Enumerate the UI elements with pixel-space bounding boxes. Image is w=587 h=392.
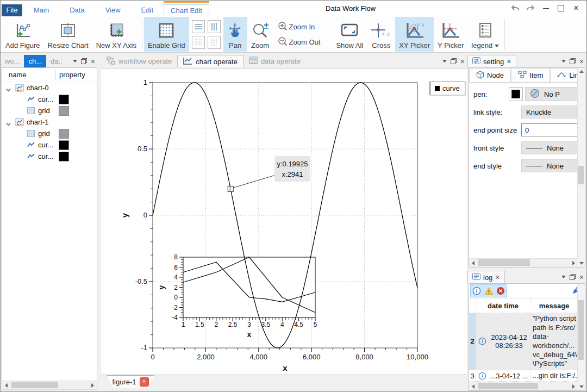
link-style-dropdown[interactable]: Knuckle: [521, 105, 582, 119]
scroll-left-icon[interactable]: [469, 259, 477, 267]
close-panel-icon[interactable]: ×: [579, 273, 584, 281]
file-menu-button[interactable]: File: [2, 4, 22, 16]
tree-row[interactable]: chart-1: [2, 116, 97, 128]
chevron-down-icon[interactable]: [6, 85, 11, 94]
pan-button[interactable]: Pan: [223, 17, 247, 52]
close-setting-icon[interactable]: ×: [507, 58, 511, 65]
vertical-scrollbar[interactable]: [577, 68, 585, 267]
menu-item-chart-edit[interactable]: Chart Edit: [164, 4, 209, 16]
legend-button[interactable]: legend: [467, 17, 503, 52]
pen-color-button[interactable]: [509, 87, 523, 101]
scroll-left-icon[interactable]: [2, 381, 10, 389]
show-all-button[interactable]: Show All: [332, 17, 367, 52]
column-message[interactable]: message: [530, 298, 578, 313]
y-picker-button[interactable]: y Y Picker: [434, 17, 467, 52]
menu-item-main[interactable]: Main: [23, 4, 59, 16]
scroll-down-icon[interactable]: [578, 260, 585, 267]
add-figure-button[interactable]: Add Figure: [2, 17, 44, 52]
redo-icon[interactable]: [523, 2, 538, 14]
end-point-size-input[interactable]: 0: [521, 123, 582, 136]
chart-canvas[interactable]: 02,0004,0006,0008,00010,000-1-0.500.51xy…: [101, 68, 467, 375]
scroll-right-icon[interactable]: [89, 381, 97, 389]
tab-node[interactable]: Node: [469, 68, 511, 82]
error-filter-icon[interactable]: [495, 285, 507, 297]
cross-button[interactable]: x, y Cross: [367, 17, 395, 52]
minimize-button[interactable]: [539, 2, 553, 14]
scrollbar-thumb[interactable]: [478, 259, 530, 266]
zoom-button[interactable]: Zoom: [247, 17, 273, 52]
menu-item-view[interactable]: View: [95, 4, 131, 16]
menu-item-data[interactable]: Data: [59, 4, 95, 16]
scrollbar-thumb[interactable]: [11, 382, 58, 388]
column-property[interactable]: property: [56, 71, 85, 79]
tree-row[interactable]: grid: [2, 128, 97, 139]
scroll-up-icon[interactable]: [578, 68, 585, 75]
figure-tab[interactable]: figure-1 ×: [107, 375, 154, 388]
enable-grid-button[interactable]: Enable Grid: [144, 17, 189, 52]
close-log-icon[interactable]: ×: [495, 273, 499, 281]
tab-setting[interactable]: setting ×: [467, 55, 516, 67]
vertical-grid-icon[interactable]: [208, 20, 221, 33]
close-panel-icon[interactable]: ×: [579, 58, 584, 65]
column-name[interactable]: name: [2, 71, 55, 79]
horizontal-scrollbar[interactable]: [469, 382, 578, 390]
float-panel-icon[interactable]: [570, 58, 576, 64]
menu-item-edit[interactable]: Edit: [131, 4, 164, 16]
front-style-dropdown[interactable]: None: [521, 141, 582, 154]
tree-row[interactable]: chart-0: [2, 82, 97, 94]
warning-filter-icon[interactable]: [483, 285, 495, 297]
zoom-out-button[interactable]: Zoom Out: [278, 36, 321, 48]
new-xy-axis-button[interactable]: New XY Axis: [92, 17, 140, 52]
maximize-button[interactable]: [554, 2, 568, 14]
close-figure-icon[interactable]: ×: [140, 377, 149, 387]
panel-menu-icon[interactable]: [73, 60, 77, 63]
horizontal-grid-icon[interactable]: [192, 20, 205, 33]
scroll-right-icon[interactable]: [570, 259, 578, 267]
minor-vertical-grid-icon[interactable]: [208, 36, 221, 49]
color-swatch[interactable]: [59, 140, 69, 150]
color-swatch[interactable]: [59, 95, 69, 104]
tree-row[interactable]: grid: [2, 105, 97, 116]
chevron-down-icon[interactable]: [6, 120, 11, 128]
log-row[interactable]: 2 2023-04-12 08:26:33 "Python script pat…: [469, 313, 578, 370]
scroll-down-icon[interactable]: [578, 383, 585, 390]
float-panel-icon[interactable]: [81, 58, 87, 64]
float-panel-icon[interactable]: [570, 274, 576, 280]
tree-row[interactable]: cur...: [2, 94, 97, 105]
scrollbar-thumb[interactable]: [578, 166, 584, 184]
log-row[interactable]: 3 ...3-04-12 ... ...gin dir is:F:/.: [469, 370, 578, 382]
minor-horizontal-grid-icon[interactable]: [192, 36, 205, 49]
scrollbar-thumb[interactable]: [478, 383, 538, 389]
figure-plot[interactable]: 02,0004,0006,0008,00010,000-1-0.500.51xy…: [101, 69, 467, 375]
tab-data[interactable]: da..: [46, 55, 67, 67]
color-swatch[interactable]: [59, 152, 69, 161]
close-panel-icon[interactable]: ×: [91, 58, 95, 65]
tab-list-icon[interactable]: [442, 60, 447, 63]
resize-chart-button[interactable]: Resize Chart: [44, 17, 92, 52]
info-filter-icon[interactable]: [471, 285, 483, 297]
undo-icon[interactable]: [508, 2, 522, 14]
tab-workflow[interactable]: wo...: [1, 55, 24, 67]
zoom-in-button[interactable]: Zoom In: [278, 21, 321, 33]
scrollbar-thumb[interactable]: [578, 300, 584, 360]
horizontal-scrollbar[interactable]: [469, 258, 578, 267]
tab-item[interactable]: Item: [511, 68, 550, 82]
scroll-right-icon[interactable]: [570, 382, 578, 390]
tree-row[interactable]: cur...: [2, 139, 97, 151]
horizontal-scrollbar[interactable]: [2, 381, 97, 390]
vertical-scrollbar[interactable]: [577, 284, 585, 390]
close-tab-icon[interactable]: ×: [460, 58, 465, 65]
color-swatch[interactable]: [59, 129, 69, 139]
end-style-dropdown[interactable]: None: [521, 159, 582, 172]
column-date-time[interactable]: date time: [476, 298, 530, 313]
float-panel-icon[interactable]: [451, 58, 457, 64]
tree-row[interactable]: cur...: [2, 151, 97, 162]
scroll-left-icon[interactable]: [469, 382, 477, 390]
xy-picker-button[interactable]: x, y XY Picker: [395, 17, 434, 52]
color-swatch[interactable]: [59, 106, 69, 116]
tab-data-operate[interactable]: data operate: [243, 55, 306, 67]
close-button[interactable]: ×: [569, 2, 583, 14]
tab-chart-operate[interactable]: chart operate: [177, 55, 243, 67]
panel-menu-icon[interactable]: [561, 276, 566, 278]
tab-chart[interactable]: ch...: [24, 55, 46, 67]
